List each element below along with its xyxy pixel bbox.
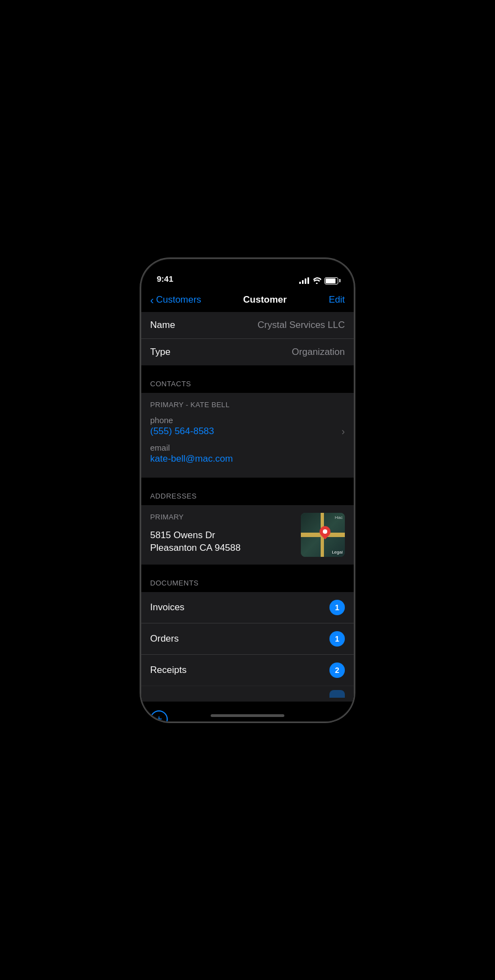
back-button[interactable]: ‹ Customers: [150, 294, 201, 305]
signal-bars-icon: [299, 277, 309, 284]
add-icon: +: [156, 714, 162, 721]
contact-card[interactable]: PRIMARY - KATE BELL phone (555) 564-8583…: [141, 393, 354, 478]
name-value: Crystal Services LLC: [257, 320, 345, 331]
partial-row: [141, 686, 354, 702]
contact-primary-label: PRIMARY - KATE BELL: [150, 401, 345, 409]
address-primary-label: PRIMARY: [150, 513, 240, 521]
type-label: Type: [150, 347, 170, 358]
invoices-row[interactable]: Invoices 1: [141, 592, 354, 623]
status-icons: [299, 277, 338, 284]
edit-button[interactable]: Edit: [329, 294, 345, 305]
addresses-section-header: ADDRESSES: [141, 478, 354, 505]
documents-section-header: DOCUMENTS: [141, 565, 354, 592]
address-card[interactable]: PRIMARY 5815 Owens Dr Pleasanton CA 9458…: [141, 505, 354, 565]
receipts-row[interactable]: Receipts 2: [141, 654, 354, 686]
email-label: email: [150, 443, 345, 452]
map-label-top: Hac: [335, 515, 343, 520]
invoices-badge: 1: [329, 600, 345, 615]
address-content: PRIMARY 5815 Owens Dr Pleasanton CA 9458…: [150, 513, 240, 555]
receipts-badge: 2: [329, 663, 345, 678]
phone-field: phone (555) 564-8583 ›: [150, 415, 345, 437]
name-label: Name: [150, 320, 175, 331]
address-line2: Pleasanton CA 94588: [150, 541, 240, 555]
invoices-label: Invoices: [150, 602, 184, 613]
home-indicator: [211, 714, 284, 717]
add-button[interactable]: +: [150, 710, 168, 721]
email-value[interactable]: kate-bell@mac.com: [150, 453, 233, 464]
battery-icon: [324, 277, 338, 284]
type-row: Type Organization: [141, 338, 354, 365]
customer-info-section: Name Crystal Services LLC Type Organizat…: [141, 312, 354, 365]
orders-row[interactable]: Orders 1: [141, 623, 354, 654]
documents-header-text: DOCUMENTS: [150, 579, 199, 587]
bottom-bar: +: [141, 702, 354, 721]
status-time: 9:41: [157, 274, 173, 284]
wifi-icon: [312, 277, 321, 284]
screen: 9:41 ‹: [141, 259, 354, 721]
content-scroll[interactable]: ‹ Customers Customer Edit Name Crystal S…: [141, 289, 354, 721]
map-label: Legal: [332, 550, 343, 555]
back-label: Customers: [156, 294, 201, 305]
orders-label: Orders: [150, 633, 179, 644]
orders-badge: 1: [329, 631, 345, 647]
phone-frame: 9:41 ‹: [140, 258, 355, 722]
map-thumbnail[interactable]: Hac Legal: [301, 513, 345, 557]
chevron-left-icon: ‹: [150, 294, 154, 305]
receipts-label: Receipts: [150, 665, 186, 676]
phone-value[interactable]: (555) 564-8583: [150, 426, 214, 437]
name-row: Name Crystal Services LLC: [141, 312, 354, 338]
nav-title: Customer: [243, 294, 287, 305]
address-line1: 5815 Owens Dr: [150, 529, 240, 542]
dynamic-island: [215, 266, 280, 284]
phone-chevron-icon: ›: [342, 426, 345, 437]
addresses-header-text: ADDRESSES: [150, 492, 197, 500]
phone-label: phone: [150, 415, 345, 425]
documents-list: Invoices 1 Orders 1 Receipts 2: [141, 592, 354, 702]
nav-bar: ‹ Customers Customer Edit: [141, 289, 354, 312]
contacts-header-text: CONTACTS: [150, 380, 191, 388]
email-field: email kate-bell@mac.com: [150, 443, 345, 464]
contacts-section-header: CONTACTS: [141, 365, 354, 393]
map-pin-icon: [320, 526, 331, 539]
type-value: Organization: [292, 347, 345, 358]
